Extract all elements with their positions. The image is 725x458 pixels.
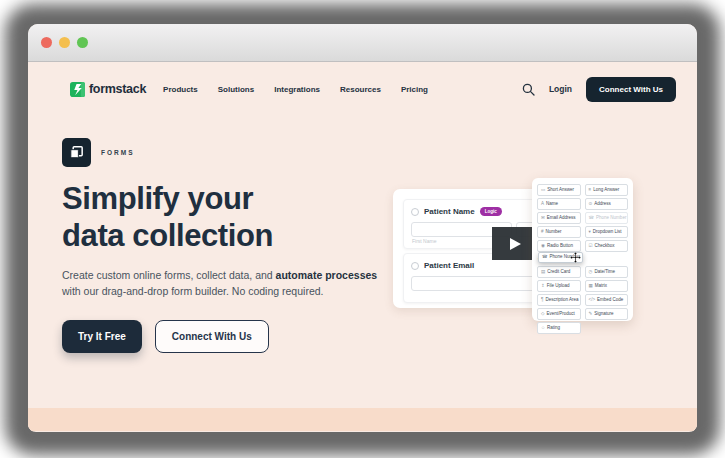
header-right: Login Connect With Us — [522, 77, 676, 102]
try-it-free-button[interactable]: Try It Free — [62, 320, 142, 353]
field-type-chip: ▾ Dropdown List — [585, 226, 629, 238]
desc-text: Create custom online forms, collect data… — [62, 269, 276, 281]
bottom-accent-band — [28, 408, 697, 431]
field-type-label: Address — [594, 202, 611, 207]
field-type-label: Long Answer — [593, 188, 619, 193]
field-type-icon: ✉ — [541, 216, 545, 221]
field-type-label: Embed Code — [597, 298, 623, 303]
main-nav: ProductsSolutionsIntegrationsResourcesPr… — [163, 85, 428, 94]
field-chip-row: ☆ Rating — [537, 322, 628, 334]
screenshot-canvas: formstack ProductsSolutionsIntegrationsR… — [0, 0, 725, 458]
field-type-label: Matrix — [595, 284, 607, 289]
field-type-chip: ◉ Radio Button — [537, 240, 581, 252]
nav-link[interactable]: Resources — [340, 85, 381, 94]
field-type-icon: ✎ — [589, 312, 593, 317]
field-type-label: Event/Product — [546, 312, 574, 317]
forms-badge-label: FORMS — [101, 149, 134, 156]
field-type-label: File Upload — [547, 284, 570, 289]
field-chip-row: ▤ Credit Card ◷ Date/Time — [537, 266, 628, 278]
field-type-chip: ☆ Rating — [537, 322, 581, 334]
field-type-chip: </> Embed Code — [585, 294, 629, 306]
field-label: Patient Email — [424, 261, 474, 270]
field-type-chip: ◇ Event/Product — [537, 308, 581, 320]
field-type-label: Name — [546, 202, 558, 207]
phone-icon: ☎ — [542, 255, 548, 260]
field-type-icon: # — [541, 230, 544, 235]
cta-row: Try It Free Connect With Us — [62, 320, 396, 353]
video-play-button[interactable] — [492, 227, 535, 260]
hero-title-line2: data collection — [62, 218, 273, 253]
nav-link[interactable]: Products — [163, 85, 198, 94]
field-type-chip: ✎ Signature — [585, 308, 629, 320]
field-sublabel: First Name — [412, 238, 436, 244]
field-type-label: Radio Button — [547, 244, 573, 249]
field-type-icon: ▦ — [589, 284, 593, 289]
field-type-icon: ◉ — [541, 244, 545, 249]
field-type-label: Short Answer — [547, 188, 574, 193]
field-type-icon: ◇ — [541, 312, 544, 317]
field-chip-row: ▭ Short Answer ≡ Long Answer — [537, 184, 628, 196]
field-types-panel: ▭ Short Answer ≡ Long Answer A Name ⊙ Ad… — [532, 178, 633, 321]
hero-title: Simplify your data collection — [62, 180, 396, 254]
field-type-label: Email Address — [547, 216, 576, 221]
hero-section: FORMS Simplify your data collection Crea… — [62, 138, 396, 353]
minimize-window-button[interactable] — [59, 37, 70, 48]
field-type-label: Phone Number — [596, 216, 626, 221]
forms-product-icon — [62, 138, 91, 167]
field-type-chip: ¶ Description Area — [537, 294, 581, 306]
zoom-window-button[interactable] — [77, 37, 88, 48]
nav-link[interactable]: Integrations — [274, 85, 320, 94]
search-icon[interactable] — [522, 83, 535, 96]
product-badge-row: FORMS — [62, 138, 396, 167]
field-type-chip: ▤ Credit Card — [537, 266, 581, 278]
formstack-logo[interactable]: formstack — [70, 82, 146, 97]
field-type-icon: ▾ — [589, 230, 591, 235]
field-type-icon: ≡ — [589, 188, 592, 193]
field-type-label: Description Area — [545, 298, 578, 303]
field-type-chip: ▦ Matrix — [585, 280, 629, 292]
site-header: formstack ProductsSolutionsIntegrationsR… — [70, 75, 676, 103]
nav-link[interactable]: Solutions — [218, 85, 254, 94]
header-connect-button[interactable]: Connect With Us — [586, 77, 676, 102]
field-label: Patient Name — [424, 207, 475, 216]
hero-title-line1: Simplify your — [62, 181, 253, 216]
hero-description: Create custom online forms, collect data… — [62, 267, 396, 299]
field-type-chip: ⊙ Address — [585, 198, 629, 210]
field-chip-row: ◉ Radio Button ☑ Checkbox — [537, 240, 628, 252]
desc-bold-text: automate processes — [276, 269, 378, 281]
move-cursor-icon — [570, 252, 581, 263]
field-type-chip: ≡ Long Answer — [585, 184, 629, 196]
field-type-icon: </> — [589, 298, 596, 303]
field-type-chip: A Name — [537, 198, 581, 210]
field-type-icon: ☎ — [589, 216, 595, 221]
field-type-chip: ☑ Checkbox — [585, 240, 629, 252]
field-type-label: Dropdown List — [593, 230, 622, 235]
field-type-label: Signature — [594, 312, 613, 317]
field-type-icon: ◷ — [589, 270, 593, 275]
field-type-icon: ↥ — [541, 284, 545, 289]
hero-connect-button[interactable]: Connect With Us — [155, 320, 269, 353]
field-type-label: Date/Time — [594, 270, 615, 275]
field-chip-row: ✉ Email Address ☎ Phone Number — [537, 212, 628, 224]
field-type-chip: ✉ Email Address — [537, 212, 581, 224]
field-type-icon: A — [541, 202, 544, 207]
field-chip-row: ¶ Description Area </> Embed Code — [537, 294, 628, 306]
webpage: formstack ProductsSolutionsIntegrationsR… — [28, 62, 697, 431]
field-type-chip: # Number — [537, 226, 581, 238]
field-type-icon: ▭ — [541, 188, 545, 193]
field-type-icon: ⊙ — [589, 202, 593, 207]
nav-link[interactable]: Pricing — [401, 85, 428, 94]
browser-window: formstack ProductsSolutionsIntegrationsR… — [28, 24, 697, 432]
field-type-label: Credit Card — [547, 270, 570, 275]
field-chip-row: # Number ▾ Dropdown List — [537, 226, 628, 238]
field-type-chip: ☎ Phone Number — [585, 212, 629, 224]
field-handle-icon — [411, 262, 419, 270]
field-type-chip: ▭ Short Answer — [537, 184, 581, 196]
field-handle-icon — [411, 208, 419, 216]
close-window-button[interactable] — [41, 37, 52, 48]
field-type-icon: ☑ — [589, 244, 593, 249]
field-chip-row: ◇ Event/Product ✎ Signature — [537, 308, 628, 320]
logic-badge: Logic — [480, 207, 502, 216]
login-link[interactable]: Login — [549, 84, 572, 94]
brand-name: formstack — [89, 82, 146, 96]
